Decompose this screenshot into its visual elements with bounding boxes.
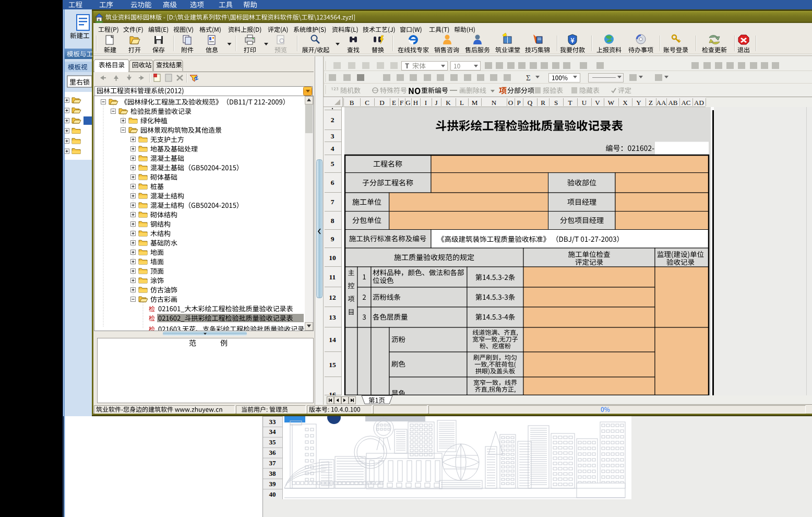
svg-text:W: W (608, 99, 615, 107)
svg-text:Σ: Σ (526, 74, 531, 82)
svg-text:L: L (460, 99, 464, 107)
svg-text:Y: Y (636, 99, 641, 107)
svg-text:2: 2 (331, 116, 335, 124)
svg-text:J: J (435, 99, 437, 107)
svg-text:Q: Q (528, 99, 533, 107)
svg-text:R: R (541, 99, 545, 107)
svg-text:4: 4 (331, 145, 335, 152)
svg-text:AB: AB (668, 99, 677, 107)
svg-text:6: 6 (331, 179, 335, 186)
svg-text:9: 9 (331, 235, 335, 243)
svg-text:40: 40 (269, 490, 276, 498)
svg-text:38: 38 (269, 469, 277, 477)
svg-text:F: F (400, 99, 403, 107)
svg-text:AD: AD (694, 99, 704, 107)
svg-text:V: V (595, 99, 600, 107)
svg-text:10: 10 (329, 254, 336, 262)
svg-text:M: M (472, 99, 478, 107)
svg-text:13: 13 (329, 313, 336, 321)
svg-text:H: H (413, 99, 418, 107)
svg-text:AA: AA (656, 99, 666, 107)
svg-text:O: O (508, 99, 513, 107)
svg-text:11: 11 (329, 273, 336, 281)
svg-text:U: U (582, 99, 587, 107)
svg-text:B: B (350, 99, 354, 107)
svg-text:K: K (446, 99, 451, 107)
svg-text:14: 14 (329, 336, 336, 344)
svg-text:15: 15 (329, 361, 336, 369)
svg-text:E: E (392, 99, 396, 107)
svg-text:T: T (568, 99, 572, 107)
svg-text:34: 34 (269, 428, 277, 436)
svg-text:12: 12 (329, 293, 336, 301)
svg-text:37: 37 (269, 459, 277, 467)
svg-text:3: 3 (331, 132, 335, 140)
svg-text:AC: AC (681, 99, 690, 107)
svg-text:36: 36 (269, 449, 277, 456)
svg-text:35: 35 (269, 438, 277, 446)
svg-text:S: S (554, 99, 558, 107)
svg-text:39: 39 (269, 480, 277, 488)
svg-text:7: 7 (331, 198, 335, 206)
svg-text:Z: Z (649, 99, 653, 107)
svg-text:P: P (517, 99, 520, 107)
svg-text:C: C (365, 99, 369, 107)
svg-text:G: G (405, 99, 410, 107)
svg-text:8: 8 (331, 217, 335, 225)
svg-text:X: X (623, 99, 628, 107)
svg-text:D: D (379, 99, 384, 107)
svg-text:33: 33 (269, 418, 277, 426)
svg-text:5: 5 (331, 160, 335, 168)
svg-text:N: N (492, 99, 497, 107)
svg-text:I: I (425, 99, 427, 107)
